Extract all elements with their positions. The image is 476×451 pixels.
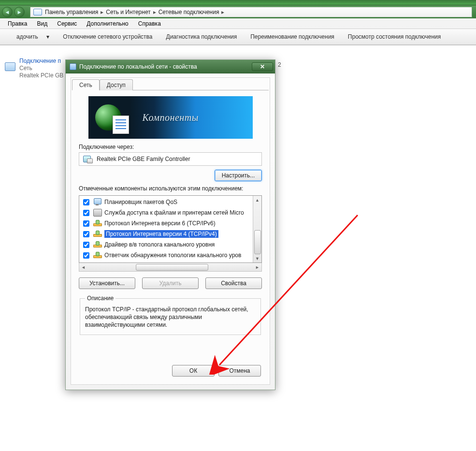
list-item-checkbox[interactable] [83, 252, 89, 259]
breadcrumb-leaf[interactable]: Сетевые подключения [159, 9, 219, 15]
tab-network[interactable]: Сеть [72, 79, 100, 90]
chevron-right-icon: ▸ [101, 9, 103, 15]
connection-device: Realtek PCIe GB [19, 72, 63, 79]
scroll-down-icon[interactable]: ▼ [253, 254, 261, 262]
list-item-checkbox[interactable] [83, 242, 89, 248]
list-item-label: Служба доступа к файлам и принтерам сете… [104, 209, 244, 217]
connection-type: Сеть [19, 65, 63, 72]
menu-service[interactable]: Сервис [52, 19, 82, 29]
close-icon: ✕ [260, 63, 265, 70]
folder-icon [33, 9, 42, 15]
chevron-right-icon: ▸ [153, 9, 156, 15]
menu-advanced[interactable]: Дополнительно [82, 19, 133, 29]
remove-button: Удалить [142, 277, 199, 289]
list-item[interactable]: Планировщик пакетов QoS [79, 197, 253, 207]
protocol-icon [93, 251, 102, 259]
components-banner: Компоненты [88, 96, 253, 139]
dialog-title: Подключение по локальной сети - свойства [79, 63, 197, 70]
scroll-thumb[interactable] [136, 264, 208, 271]
properties-dialog: Подключение по локальной сети - свойства… [65, 59, 275, 390]
description-legend: Описание [85, 295, 115, 302]
protocol-icon [93, 219, 102, 227]
scroll-thumb[interactable] [254, 230, 261, 254]
list-item-selected[interactable]: Протокол Интернета версии 4 (TCP/IPv4) [79, 229, 253, 239]
nav-back-button[interactable]: ◄ [2, 7, 13, 17]
description-text: Протокол TCP/IP - стандартный протокол г… [85, 306, 256, 329]
list-item-label: Протокол Интернета версии 4 (TCP/IPv4) [104, 230, 218, 238]
chevron-right-icon: ▸ [221, 9, 224, 15]
properties-button[interactable]: Свойства [205, 277, 262, 289]
breadcrumb-mid[interactable]: Сеть и Интернет [106, 9, 150, 15]
tab-network-body: Компоненты Подключение через: Realtek PC… [72, 91, 269, 383]
tab-sharing[interactable]: Доступ [100, 79, 133, 90]
cancel-button[interactable]: Отмена [218, 365, 261, 377]
tab-strip: Сеть Доступ [72, 79, 269, 90]
adapter-name: Realtek PCIe GBE Family Controller [97, 156, 190, 162]
list-item[interactable]: Протокол Интернета версии 6 (TCP/IPv6) [79, 218, 253, 229]
list-item-label: Драйвер в/в тополога канального уровня [104, 241, 215, 248]
scroll-right-icon[interactable]: ► [253, 263, 261, 271]
banner-label: Компоненты [143, 112, 199, 123]
list-item-label: Протокол Интернета версии 6 (TCP/IPv6) [104, 219, 216, 227]
menu-bar: Правка Вид Сервис Дополнительно Справка [0, 18, 476, 29]
configure-button[interactable]: Настроить... [215, 170, 262, 181]
qos-icon [93, 198, 102, 206]
truncated-label-fragment: 2 [278, 61, 281, 68]
command-bar: адочить ▾ Отключение сетевого устройства… [0, 29, 476, 45]
install-button[interactable]: Установить... [79, 277, 135, 289]
dialog-icon [70, 63, 76, 70]
components-listbox[interactable]: Планировщик пакетов QoS Служба доступа к… [79, 195, 262, 263]
list-scrollbar-vertical[interactable]: ▲ ▼ [253, 196, 261, 262]
list-item-checkbox[interactable] [83, 231, 89, 237]
adapter-field: Realtek PCIe GBE Family Controller [79, 152, 262, 166]
cmd-rename[interactable]: Переименование подключения [244, 33, 341, 40]
ok-button[interactable]: ОК [172, 365, 215, 377]
list-item-label: Ответчик обнаружения топологии канальног… [104, 251, 241, 259]
connection-name: Подключение п [19, 58, 63, 65]
network-card-icon [83, 155, 93, 163]
menu-view[interactable]: Вид [32, 19, 53, 29]
address-bar: ◄ ► Панель управления ▸ Сеть и Интернет … [0, 5, 476, 18]
cmd-disable[interactable]: Отключение сетевого устройства [56, 33, 159, 40]
connect-using-label: Подключение через: [79, 144, 262, 150]
cmd-status[interactable]: Просмотр состояния подключения [341, 33, 447, 40]
list-item[interactable]: Драйвер в/в тополога канального уровня [79, 239, 253, 250]
scroll-up-icon[interactable]: ▲ [253, 196, 261, 204]
list-item-checkbox[interactable] [83, 210, 89, 216]
breadcrumb[interactable]: Панель управления ▸ Сеть и Интернет ▸ Се… [30, 7, 472, 17]
list-item[interactable]: Служба доступа к файлам и принтерам сете… [79, 207, 253, 218]
dialog-titlebar[interactable]: Подключение по локальной сети - свойства… [66, 60, 275, 73]
menu-help[interactable]: Справка [133, 19, 166, 29]
list-scrollbar-horizontal[interactable]: ◄ ► [79, 263, 262, 272]
nav-forward-button[interactable]: ► [14, 7, 25, 17]
cmd-organize[interactable]: адочить ▾ [3, 33, 56, 40]
components-used-label: Отмеченные компоненты используются этим … [79, 185, 262, 192]
menu-edit[interactable]: Правка [3, 19, 32, 29]
window-chrome-strip [0, 0, 476, 5]
checklist-icon [113, 116, 129, 134]
scroll-left-icon[interactable]: ◄ [79, 263, 87, 271]
breadcrumb-root[interactable]: Панель управления [45, 9, 98, 15]
cmd-diagnose[interactable]: Диагностика подключения [159, 33, 244, 40]
list-item[interactable]: Ответчик обнаружения топологии канальног… [79, 250, 253, 261]
list-item-checkbox[interactable] [83, 220, 89, 227]
dialog-body: Сеть Доступ Компоненты Подключение через… [71, 77, 270, 385]
protocol-icon [93, 230, 102, 238]
list-item-checkbox[interactable] [83, 199, 89, 205]
list-item-label: Планировщик пакетов QoS [104, 198, 177, 206]
close-button[interactable]: ✕ [252, 62, 273, 71]
network-adapter-icon [4, 58, 17, 82]
description-group: Описание Протокол TCP/IP - стандартный п… [80, 295, 261, 335]
file-print-sharing-icon [93, 209, 102, 217]
protocol-icon [93, 241, 102, 248]
